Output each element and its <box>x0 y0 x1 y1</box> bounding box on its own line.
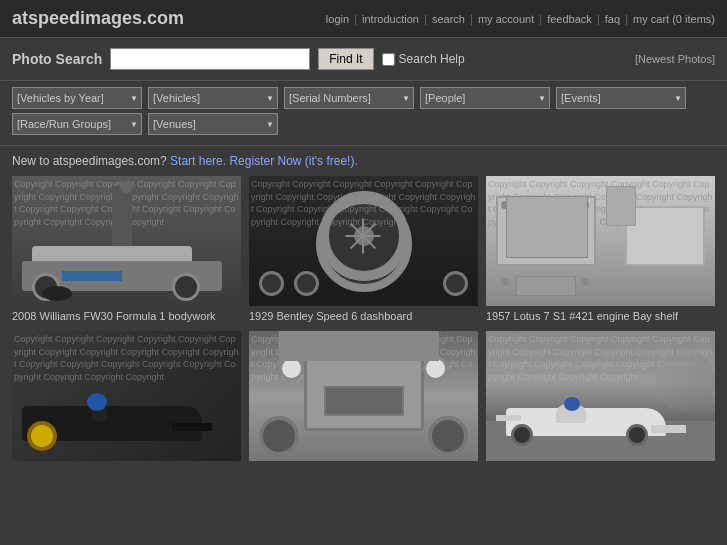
nav-feedback[interactable]: feedback <box>547 13 592 25</box>
find-it-button[interactable]: Find It <box>318 48 373 70</box>
photo-caption-2: 1929 Bentley Speed 6 dashboard <box>249 309 478 323</box>
photo-thumb-5[interactable]: Copyright Copyright Copyright Copyright … <box>249 331 478 461</box>
nav-sep-5: | <box>597 13 600 25</box>
nav-links: login | introduction | search | my accou… <box>326 13 715 25</box>
photo-image-1: Copyright Copyright Copyright Copyright … <box>12 176 241 306</box>
serial-numbers-wrapper: [Serial Numbers] <box>284 87 414 109</box>
nav-login[interactable]: login <box>326 13 349 25</box>
nav-sep-4: | <box>539 13 542 25</box>
race-run-groups-wrapper: [Race/Run Groups] <box>12 113 142 135</box>
photo-thumb-1[interactable]: Copyright Copyright Copyright Copyright … <box>12 176 241 306</box>
photo-thumb-2[interactable]: Copyright Copyright Copyright Copyright … <box>249 176 478 306</box>
race-run-groups-select[interactable]: [Race/Run Groups] <box>12 113 142 135</box>
search-help-area: Search Help <box>382 52 465 66</box>
search-input[interactable] <box>110 48 310 70</box>
photo-thumb-6[interactable]: Copyright Copyright Copyright Copyright … <box>486 331 715 461</box>
vehicles-wrapper: [Vehicles] <box>148 87 278 109</box>
vehicles-by-year-wrapper: [Vehicles by Year] <box>12 87 142 109</box>
photo-item-1[interactable]: Copyright Copyright Copyright Copyright … <box>12 176 241 323</box>
photo-thumb-4[interactable]: Copyright Copyright Copyright Copyright … <box>12 331 241 461</box>
vehicles-by-year-select[interactable]: [Vehicles by Year] <box>12 87 142 109</box>
photo-item-2[interactable]: Copyright Copyright Copyright Copyright … <box>249 176 478 323</box>
header: atspeedimages.com login | introduction |… <box>0 0 727 38</box>
nav-sep-6: | <box>625 13 628 25</box>
photo-image-3: Copyright Copyright Copyright Copyright … <box>486 176 715 306</box>
photo-caption-3: 1957 Lotus 7 S1 #421 engine Bay shelf <box>486 309 715 323</box>
photo-item-6[interactable]: Copyright Copyright Copyright Copyright … <box>486 331 715 464</box>
nav-search[interactable]: search <box>432 13 465 25</box>
nav-faq[interactable]: faq <box>605 13 620 25</box>
nav-my-cart[interactable]: my cart (0 items) <box>633 13 715 25</box>
photo-item-4[interactable]: Copyright Copyright Copyright Copyright … <box>12 331 241 464</box>
filter-row-1: [Vehicles by Year] [Vehicles] [Serial Nu… <box>12 87 715 109</box>
site-title: atspeedimages.com <box>12 8 184 29</box>
photo-thumb-3[interactable]: Copyright Copyright Copyright Copyright … <box>486 176 715 306</box>
photo-caption-1: 2008 Williams FW30 Formula 1 bodywork <box>12 309 241 323</box>
register-banner: New to atspeedimages.com? Start here. Re… <box>0 146 727 176</box>
register-link[interactable]: Start here. Register Now (it's free!). <box>170 154 358 168</box>
venues-wrapper: [Venues] <box>148 113 278 135</box>
search-label: Photo Search <box>12 51 102 67</box>
photo-item-5[interactable]: Copyright Copyright Copyright Copyright … <box>249 331 478 464</box>
photo-item-3[interactable]: Copyright Copyright Copyright Copyright … <box>486 176 715 323</box>
nav-sep-1: | <box>354 13 357 25</box>
venues-select[interactable]: [Venues] <box>148 113 278 135</box>
newest-photos[interactable]: [Newest Photos] <box>635 53 715 65</box>
search-help-label[interactable]: Search Help <box>399 52 465 66</box>
search-bar: Photo Search Find It Search Help [Newest… <box>0 38 727 81</box>
nav-sep-3: | <box>470 13 473 25</box>
serial-numbers-select[interactable]: [Serial Numbers] <box>284 87 414 109</box>
vehicles-select[interactable]: [Vehicles] <box>148 87 278 109</box>
filter-row-2: [Race/Run Groups] [Venues] <box>12 113 715 135</box>
photo-grid: Copyright Copyright Copyright Copyright … <box>0 176 727 476</box>
events-wrapper: [Events] <box>556 87 686 109</box>
nav-introduction[interactable]: introduction <box>362 13 419 25</box>
events-select[interactable]: [Events] <box>556 87 686 109</box>
filters: [Vehicles by Year] [Vehicles] [Serial Nu… <box>0 81 727 146</box>
search-help-checkbox[interactable] <box>382 53 395 66</box>
register-text-before: New to atspeedimages.com? <box>12 154 167 168</box>
people-select[interactable]: [People] <box>420 87 550 109</box>
people-wrapper: [People] <box>420 87 550 109</box>
nav-sep-2: | <box>424 13 427 25</box>
nav-my-account[interactable]: my account <box>478 13 534 25</box>
photo-image-2: Copyright Copyright Copyright Copyright … <box>249 176 478 306</box>
